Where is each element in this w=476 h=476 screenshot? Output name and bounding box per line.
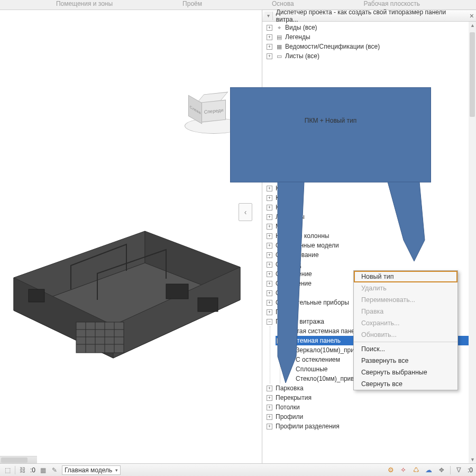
expand-icon[interactable]: + (267, 290, 272, 296)
link-icon[interactable]: ⛓ (19, 466, 27, 474)
tree-node[interactable]: Жесткие связи (276, 145, 319, 155)
tree-node[interactable]: Мебель (276, 222, 298, 231)
ribbon-group: Основа (272, 0, 294, 7)
warnings-icon[interactable]: ⚙ (387, 466, 395, 474)
schedule-icon: ▦ (276, 43, 283, 50)
expand-icon[interactable]: + (267, 34, 272, 40)
filter-icon[interactable]: ∇ (455, 466, 463, 474)
ctx-expand-all[interactable]: Развернуть все (354, 355, 457, 367)
tree-node[interactable]: Несущие колонны (276, 231, 329, 241)
expand-icon[interactable]: + (267, 214, 272, 220)
expand-icon[interactable]: + (267, 176, 272, 182)
views-icon: ⌖ (276, 24, 283, 31)
expand-icon[interactable]: + (267, 300, 272, 306)
ctx-new-type[interactable]: Новый тип (354, 271, 457, 282)
expand-icon[interactable]: + (267, 148, 272, 153)
collapse-icon[interactable]: − (277, 338, 282, 344)
tree-node[interactable]: Осветительные приборы (276, 298, 349, 307)
tree-node[interactable]: Крыши (276, 203, 296, 212)
tree-node[interactable]: Потолки (276, 402, 300, 412)
ctx-save: Сохранить... (354, 317, 457, 329)
ctx-collapse-selected[interactable]: Свернуть выбранные (354, 367, 457, 378)
project-browser-title: Диспетчер проекта - как создать свой тип… (276, 8, 466, 23)
horizontal-scrollbar[interactable] (0, 456, 37, 463)
tree-node[interactable]: С остеклением (296, 355, 340, 364)
expand-icon[interactable]: + (267, 195, 272, 201)
expand-icon[interactable]: + (267, 252, 272, 258)
tree-node[interactable]: Парковка (276, 383, 304, 393)
tree-node[interactable]: Легенды (285, 32, 310, 42)
tree-node[interactable]: Озеленение (276, 279, 312, 288)
ctx-collapse-all[interactable]: Свернуть все (354, 378, 457, 390)
tree-node[interactable]: Образец (276, 260, 301, 269)
expand-icon[interactable]: + (267, 243, 272, 249)
tree-node[interactable]: Оборудование (276, 250, 319, 260)
expand-icon[interactable]: + (267, 186, 272, 191)
tree-node[interactable]: Колонны (276, 184, 301, 193)
tree-node[interactable]: Профили (276, 412, 303, 422)
tree-node[interactable]: Кабельные лотки (276, 164, 326, 174)
ctx-delete: Удалить (354, 282, 457, 294)
worksets-icon[interactable]: ▦ (39, 466, 47, 474)
svg-rect-7 (198, 298, 218, 312)
expand-icon[interactable]: + (267, 386, 272, 391)
viewcube-front-label[interactable]: Спереди (202, 100, 226, 123)
tree-node[interactable]: Ведомости/Спецификации (все) (285, 42, 380, 51)
tab-overflow-icon[interactable]: ▾ (264, 12, 273, 20)
expand-icon[interactable]: + (267, 414, 272, 420)
view-cube[interactable]: Слева Спереди (185, 89, 243, 137)
ctx-search[interactable]: Поиск... (354, 343, 457, 355)
ribbon-group: Помещения и зоны (56, 0, 113, 7)
tree-node-curtain-panels[interactable]: Панели витража (276, 317, 324, 326)
vertical-scrollbar[interactable]: ▲ ▼ (469, 22, 476, 463)
expand-icon[interactable]: + (267, 44, 272, 50)
cloud-icon[interactable]: ☁ (425, 466, 433, 474)
tree-node[interactable]: Ограждение (276, 269, 312, 279)
tree-node[interactable]: Профили разделения (276, 422, 340, 431)
addins-icon[interactable]: ❖ (437, 466, 446, 474)
tree-node[interactable]: Окна (276, 288, 290, 298)
expand-icon[interactable]: + (267, 405, 272, 410)
ribbon-group: Проём (182, 0, 202, 7)
expand-icon[interactable]: + (267, 281, 272, 287)
expand-icon[interactable]: + (267, 167, 272, 172)
expand-icon[interactable]: + (267, 309, 272, 315)
tree-node[interactable]: Каркас несущий (276, 174, 323, 184)
alerts-icon[interactable]: ✧ (399, 466, 408, 474)
tree-node[interactable]: Перекрытия (276, 393, 312, 402)
model-viewport[interactable]: Слева Спереди ‹ (0, 10, 262, 463)
expand-icon[interactable]: + (267, 224, 272, 230)
expand-icon[interactable]: + (267, 395, 272, 401)
tree-node[interactable]: Листы (все) (285, 51, 319, 61)
tree-node[interactable]: Лестницы (276, 212, 305, 222)
close-icon[interactable]: × (470, 12, 474, 20)
tree-node[interactable]: Виды (все) (285, 23, 317, 32)
expand-icon[interactable]: + (267, 271, 272, 277)
expand-icon[interactable]: + (267, 262, 272, 268)
expand-icon[interactable]: + (267, 205, 272, 210)
expand-icon[interactable]: + (267, 424, 272, 429)
model-combo[interactable]: Главная модель ▾ (62, 465, 121, 475)
3d-model[interactable] (7, 215, 243, 374)
tree-node[interactable]: Короба (276, 193, 297, 203)
sync-icon[interactable]: ♺ (412, 466, 420, 474)
tree-node[interactable]: Пандус (276, 307, 297, 317)
tree-node[interactable]: Импосты витража (276, 155, 328, 164)
expand-icon[interactable]: + (267, 157, 272, 163)
project-browser-tree[interactable]: +⌖Виды (все) +▤Легенды +▦Ведомости/Специ… (262, 22, 476, 463)
chevron-down-icon: ▾ (115, 468, 118, 473)
tree-node[interactable]: Сплошные (296, 364, 328, 374)
tree-node-system-panel[interactable]: Системная панель (286, 336, 341, 345)
expand-icon[interactable]: + (267, 233, 272, 239)
ribbon-group: Рабочая плоскость (364, 0, 420, 7)
project-browser-titlebar[interactable]: ▾ Диспетчер проекта - как создать свой т… (262, 10, 476, 22)
context-menu[interactable]: Новый тип Удалить Переименовать... Правк… (353, 270, 458, 390)
editable-icon[interactable]: ✎ (50, 466, 59, 474)
tree-node[interactable]: Обобщенные модели (276, 241, 339, 250)
select-icon[interactable]: ⬚ (3, 466, 12, 474)
collapse-icon[interactable]: − (267, 319, 272, 325)
expand-icon[interactable]: + (267, 53, 272, 59)
legend-icon: ▤ (276, 33, 283, 41)
tree-node[interactable]: Пустая системная панель (286, 326, 362, 336)
expand-icon[interactable]: + (267, 25, 272, 31)
